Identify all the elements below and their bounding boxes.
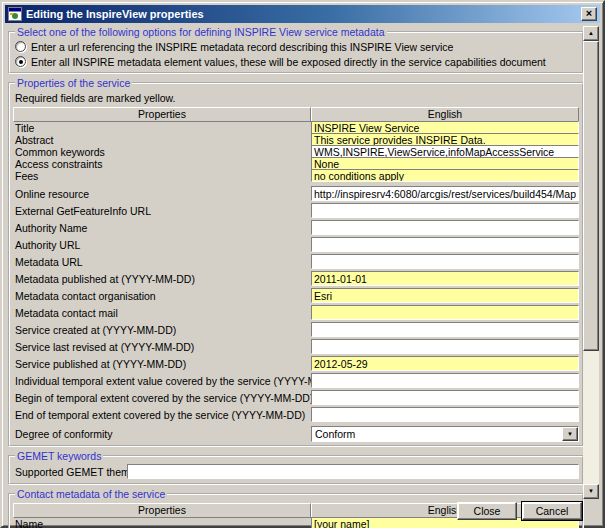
table-row: End of temporal extent covered by the se… [13, 407, 579, 422]
dialog-icon [8, 7, 22, 21]
metadata-published-input[interactable] [311, 271, 579, 286]
table-row: Begin of temporal extent covered by the … [13, 390, 579, 405]
temporal-extent-begin-input[interactable] [311, 390, 579, 405]
required-fields-note: Required fields are marked yellow. [15, 92, 579, 105]
property-label: Authority Name [13, 222, 311, 234]
radio-selected-icon[interactable] [15, 56, 26, 67]
metadata-contact-organisation-input[interactable] [311, 288, 579, 303]
scrollbar-thumb[interactable] [583, 41, 599, 351]
inspireview-properties-dialog: Editing the InspireView properties × Sel… [0, 0, 605, 528]
gemet-themes-label: Supported GEMET themes [15, 466, 127, 478]
property-label: Online resource [13, 188, 311, 200]
property-label: End of temporal extent covered by the se… [13, 409, 311, 421]
properties-group: Properties of the service Required field… [8, 77, 584, 447]
gemet-row: Supported GEMET themes [15, 463, 579, 480]
table-row: Authority Name [13, 220, 579, 235]
property-label: Service created at (YYYY-MM-DD) [13, 324, 311, 336]
cancel-button[interactable]: Cancel [522, 502, 582, 520]
scroll-down-icon[interactable]: ▼ [583, 484, 599, 499]
property-label: Metadata published at (YYYY-MM-DD) [13, 273, 311, 285]
degree-of-conformity-value: Conform [312, 427, 562, 441]
scroll-up-icon[interactable]: ▲ [583, 26, 599, 41]
property-label: External GetFeatureInfo URL [13, 205, 311, 217]
property-label: Metadata URL [13, 256, 311, 268]
table-row: Service created at (YYYY-MM-DD) [13, 322, 579, 337]
column-header-english: English [311, 107, 579, 122]
dialog-buttons: Close Cancel [457, 502, 582, 520]
service-last-revised-input[interactable] [311, 339, 579, 354]
radio-option-elements[interactable]: Enter all INSPIRE metadata element value… [15, 54, 579, 69]
fees-input[interactable] [311, 169, 579, 182]
radio-option-url-label: Enter a url referencing the INSPIRE meta… [31, 41, 453, 53]
title-bar[interactable]: Editing the InspireView properties × [5, 5, 600, 23]
table-row: Metadata published at (YYYY-MM-DD) [13, 271, 579, 286]
property-label: Fees [13, 170, 311, 182]
close-button[interactable]: Close [457, 502, 517, 520]
property-label: Metadata contact organisation [13, 290, 311, 302]
radio-icon[interactable] [15, 41, 26, 52]
authority-name-input[interactable] [311, 220, 579, 235]
temporal-extent-end-input[interactable] [311, 407, 579, 422]
table-row: Service published at (YYYY-MM-DD) [13, 356, 579, 371]
property-label: Authority URL [13, 239, 311, 251]
table-row: Metadata URL [13, 254, 579, 269]
service-created-input[interactable] [311, 322, 579, 337]
radio-option-elements-label: Enter all INSPIRE metadata element value… [31, 56, 546, 68]
property-label: Individual temporal extent value covered… [13, 375, 311, 387]
individual-temporal-extent-input[interactable] [311, 373, 579, 388]
service-published-input[interactable] [311, 356, 579, 371]
table-row: Service last revised at (YYYY-MM-DD) [13, 339, 579, 354]
property-label: Title [13, 122, 311, 134]
properties-table-header: Properties English [13, 107, 579, 122]
gemet-group: GEMET keywords Supported GEMET themes [8, 450, 584, 485]
authority-url-input[interactable] [311, 237, 579, 252]
dialog-content: Select one of the following options for … [6, 26, 584, 528]
online-resource-input[interactable] [311, 186, 579, 201]
property-label: Degree of conformity [13, 428, 311, 440]
property-label: Name [13, 518, 311, 528]
property-label: Metadata contact mail [13, 307, 311, 319]
property-label: Service last revised at (YYYY-MM-DD) [13, 341, 311, 353]
metadata-url-input[interactable] [311, 254, 579, 269]
vertical-scrollbar[interactable]: ▲ ▼ [583, 26, 599, 499]
column-header-properties: Properties [13, 503, 311, 518]
window-title: Editing the InspireView properties [26, 8, 581, 20]
chevron-down-icon[interactable]: ▼ [562, 427, 578, 441]
column-header-properties: Properties [13, 107, 311, 122]
table-row: Individual temporal extent value covered… [13, 373, 579, 388]
table-row: Metadata contact mail [13, 305, 579, 320]
gemet-themes-input[interactable] [127, 464, 579, 479]
property-label: Common keywords [13, 146, 311, 158]
property-label: Begin of temporal extent covered by the … [13, 392, 311, 404]
table-row: External GetFeatureInfo URL [13, 203, 579, 218]
gemet-group-title: GEMET keywords [15, 450, 103, 462]
property-label: Service published at (YYYY-MM-DD) [13, 358, 311, 370]
external-getfeatureinfo-url-input[interactable] [311, 203, 579, 218]
table-row: Fees [13, 169, 579, 182]
radio-option-url[interactable]: Enter a url referencing the INSPIRE meta… [15, 39, 579, 54]
contact-group-title: Contact metadata of the service [15, 488, 167, 500]
table-row: Authority URL [13, 237, 579, 252]
table-row: Metadata contact organisation [13, 288, 579, 303]
close-icon[interactable]: × [581, 7, 597, 21]
properties-group-title: Properties of the service [15, 77, 132, 89]
table-row: Online resource [13, 186, 579, 201]
metadata-contact-mail-input[interactable] [311, 305, 579, 320]
property-label: Access constraints [13, 158, 311, 170]
degree-of-conformity-select[interactable]: Conform ▼ [311, 426, 579, 442]
table-row: Degree of conformity Conform ▼ [13, 426, 579, 442]
options-group: Select one of the following options for … [8, 26, 584, 74]
options-group-title: Select one of the following options for … [15, 26, 387, 38]
property-label: Abstract [13, 134, 311, 146]
